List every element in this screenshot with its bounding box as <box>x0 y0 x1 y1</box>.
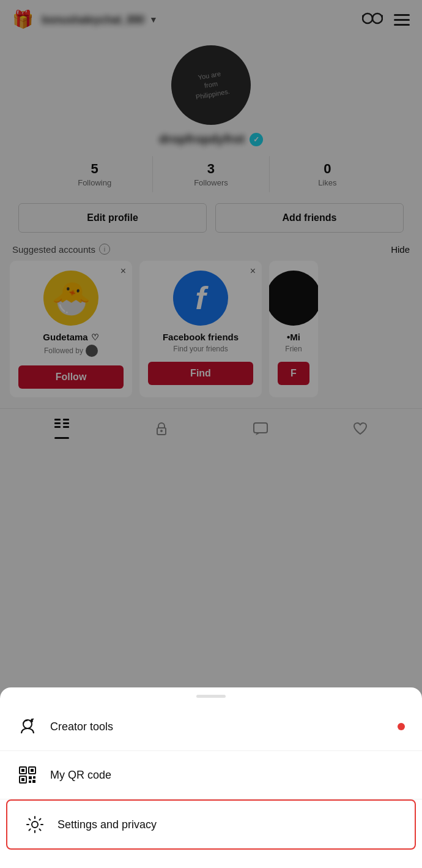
settings-privacy-item[interactable]: Settings and privacy <box>6 799 416 850</box>
settings-icon <box>24 814 45 835</box>
creator-tools-icon <box>17 716 38 737</box>
svg-point-17 <box>31 720 33 722</box>
notification-dot <box>398 723 405 730</box>
settings-privacy-label: Settings and privacy <box>57 818 157 831</box>
svg-rect-21 <box>31 769 34 772</box>
qr-code-item[interactable]: My QR code <box>0 751 422 799</box>
sheet-handle <box>196 695 226 698</box>
creator-tools-label: Creator tools <box>50 720 113 733</box>
bottom-sheet: Creator tools My QR code <box>0 687 422 868</box>
creator-tools-item[interactable]: Creator tools <box>0 703 422 751</box>
svg-rect-26 <box>29 780 31 783</box>
svg-rect-27 <box>32 780 35 783</box>
qr-code-label: My QR code <box>50 769 111 782</box>
svg-rect-19 <box>21 769 24 772</box>
qr-code-icon <box>17 765 38 785</box>
svg-point-28 <box>32 821 38 828</box>
svg-rect-24 <box>29 776 32 779</box>
svg-rect-23 <box>21 778 24 781</box>
svg-rect-25 <box>33 776 35 779</box>
